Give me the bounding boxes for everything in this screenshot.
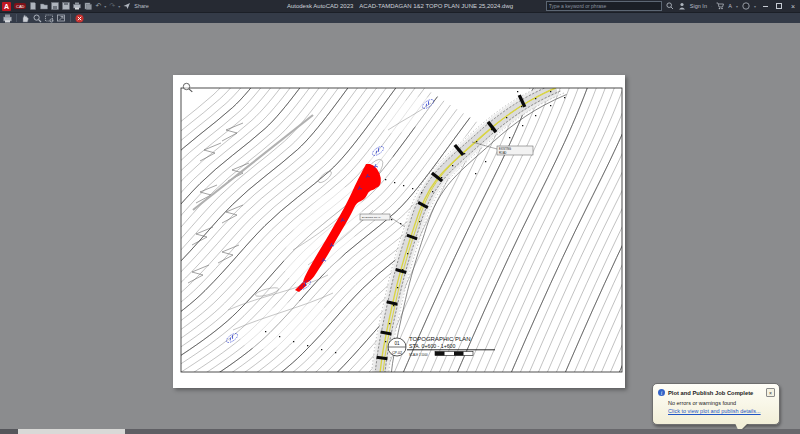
svg-text:ROAD: ROAD [499, 151, 507, 155]
sheet-set-icon[interactable] [84, 2, 92, 10]
preview-zoom-icon[interactable] [33, 14, 42, 23]
notification-title: Plot and Publish Job Complete [668, 390, 763, 396]
notification-body: No errors or warnings found [653, 397, 779, 406]
svg-text:?: ? [745, 4, 748, 9]
svg-text:01: 01 [394, 341, 400, 346]
drawing-sheet[interactable]: EXISTING ROAD EXISTING TRAIL 01 CP-02 TO… [173, 75, 625, 388]
title-bar: A CAD ↶▾ ↷▾ Share Autodesk AutoCAD 2023 … [0, 0, 800, 12]
plot-preview-canvas[interactable]: EXISTING ROAD EXISTING TRAIL 01 CP-02 TO… [0, 23, 800, 429]
sign-in-label[interactable]: Sign In [690, 3, 707, 9]
svg-text:EXISTING TRAIL: EXISTING TRAIL [362, 216, 381, 219]
app-title: Autodesk AutoCAD 2023 [287, 3, 353, 9]
notification-close-icon[interactable]: × [766, 388, 775, 397]
minimize-button[interactable] [760, 1, 770, 11]
taskbar-segment [125, 429, 420, 434]
search-input[interactable] [546, 1, 662, 11]
autocad-window: { "titlebar": { "logo_letter": "A", "log… [0, 0, 800, 434]
preview-plot-icon[interactable] [3, 14, 12, 23]
new-file-icon[interactable] [29, 2, 37, 10]
help-icon[interactable]: ? [742, 2, 750, 10]
redo-icon[interactable]: ↷ [109, 2, 115, 10]
taskbar-segment-right [420, 429, 800, 434]
svg-text:CP-02: CP-02 [392, 351, 402, 355]
autocad-app-menu-button[interactable]: A [2, 2, 11, 11]
close-button[interactable]: × [788, 1, 798, 11]
window-title: Autodesk AutoCAD 2023 ACAD-TAMDAGAN 1&2 … [287, 0, 513, 12]
topographic-plan-drawing: EXISTING ROAD EXISTING TRAIL 01 CP-02 TO… [173, 75, 625, 388]
preview-zoom-original-icon[interactable] [57, 14, 66, 23]
save-as-icon[interactable] [62, 2, 70, 10]
share-icon[interactable] [123, 2, 131, 10]
dot-separator: · [711, 4, 712, 9]
open-folder-icon[interactable] [40, 2, 48, 10]
plan-title: TOPOGRAPHIC PLAN [409, 336, 471, 342]
redo-dropdown-icon[interactable]: ▾ [118, 4, 120, 9]
svg-text:EXISTING: EXISTING [499, 147, 511, 151]
zoom-cursor-icon [183, 83, 192, 92]
plot-notification-balloon: i Plot and Publish Job Complete × No err… [652, 383, 780, 425]
app-store-cart-icon[interactable] [716, 2, 724, 10]
taskbar-segment-dark [0, 429, 18, 434]
share-label[interactable]: Share [134, 3, 149, 9]
appstore-label[interactable]: A [728, 3, 732, 9]
plan-station: STA. 0+600 - 1+600 [409, 343, 455, 349]
plot-preview-toolbar [0, 12, 800, 23]
title-block: 01 CP-02 TOPOGRAPHIC PLAN STA. 0+600 - 1… [388, 336, 495, 357]
taskbar-window-button[interactable] [18, 429, 125, 434]
preview-pan-icon[interactable] [21, 14, 30, 23]
help-dropdown-icon[interactable]: ▾ [754, 4, 756, 9]
scale-bar [435, 352, 473, 356]
callout-trail: EXISTING TRAIL [360, 214, 405, 227]
undo-dropdown-icon[interactable]: ▾ [104, 4, 106, 9]
restore-button[interactable] [774, 1, 784, 11]
plan-scale: SCALE 1:1000 [409, 353, 428, 357]
search-icon[interactable] [666, 2, 674, 10]
appstore-dropdown-icon[interactable]: ▾ [736, 4, 738, 9]
autocad-logo-badge: CAD [14, 3, 26, 9]
notification-details-link[interactable]: Click to view plot and publish details..… [653, 406, 779, 414]
document-title: ACAD-TAMDAGAN 1&2 TOPO PLAN JUNE 25,2024… [359, 3, 513, 9]
undo-icon[interactable]: ↶ [95, 2, 101, 10]
info-icon: i [658, 389, 665, 396]
save-icon[interactable] [51, 2, 59, 10]
user-icon[interactable] [678, 2, 686, 10]
plot-icon[interactable] [73, 2, 81, 10]
close-preview-icon[interactable] [75, 14, 84, 23]
preview-zoom-window-icon[interactable] [45, 14, 54, 23]
cliff-spur-symbols [188, 123, 249, 283]
taskbar-strip [0, 429, 800, 434]
